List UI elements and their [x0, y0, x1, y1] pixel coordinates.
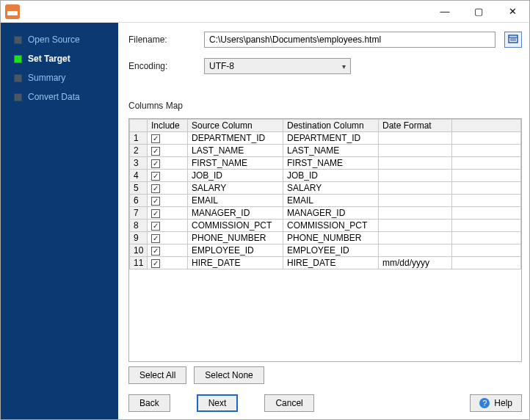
checkbox-icon[interactable]: ✓	[151, 172, 160, 181]
source-cell[interactable]: EMPLOYEE_ID	[188, 245, 283, 257]
include-cell[interactable]: ✓	[148, 220, 188, 232]
format-cell[interactable]: mm/dd/yyyy	[379, 257, 452, 269]
dest-cell[interactable]: MANAGER_ID	[283, 207, 379, 220]
spacer-cell	[452, 220, 521, 232]
header-dest[interactable]: Destination Column	[283, 120, 379, 132]
checkbox-icon[interactable]: ✓	[151, 247, 160, 256]
include-cell[interactable]: ✓	[148, 170, 188, 182]
dest-cell[interactable]: SALARY	[283, 182, 379, 195]
source-cell[interactable]: EMAIL	[188, 195, 283, 207]
row-number: 10	[130, 245, 148, 257]
format-cell[interactable]	[379, 220, 452, 232]
include-cell[interactable]: ✓	[148, 132, 188, 145]
dest-cell[interactable]: JOB_ID	[283, 170, 379, 182]
checkbox-icon[interactable]: ✓	[151, 222, 160, 231]
include-cell[interactable]: ✓	[148, 182, 188, 195]
dest-cell[interactable]: LAST_NAME	[283, 145, 379, 157]
dest-cell[interactable]: EMPLOYEE_ID	[283, 245, 379, 257]
include-cell[interactable]: ✓	[148, 157, 188, 170]
help-icon: ?	[479, 398, 490, 408]
columns-grid[interactable]: Include Source Column Destination Column…	[128, 118, 522, 362]
sidebar-item-open-source[interactable]: Open Source	[1, 30, 118, 49]
browse-button[interactable]	[504, 32, 522, 48]
header-format[interactable]: Date Format	[379, 120, 452, 132]
row-number: 6	[130, 195, 148, 207]
header-include[interactable]: Include	[148, 120, 188, 132]
source-cell[interactable]: SALARY	[188, 182, 283, 195]
help-button[interactable]: ? Help	[470, 394, 522, 412]
spacer-cell	[452, 207, 521, 220]
dest-cell[interactable]: FIRST_NAME	[283, 157, 379, 170]
row-number: 5	[130, 182, 148, 195]
dest-cell[interactable]: HIRE_DATE	[283, 257, 379, 269]
format-cell[interactable]	[379, 157, 452, 170]
columns-map-heading: Columns Map	[128, 101, 522, 111]
dest-cell[interactable]: DEPARTMENT_ID	[283, 132, 379, 145]
source-cell[interactable]: LAST_NAME	[188, 145, 283, 157]
include-cell[interactable]: ✓	[148, 245, 188, 257]
table-row[interactable]: 2✓LAST_NAMELAST_NAME	[130, 145, 521, 157]
next-button[interactable]: Next	[197, 394, 239, 412]
wizard-buttons: Back Next Cancel ? Help	[128, 391, 522, 415]
format-cell[interactable]	[379, 132, 452, 145]
checkbox-icon[interactable]: ✓	[151, 234, 160, 243]
sidebar-item-label: Convert Data	[28, 92, 80, 102]
dest-cell[interactable]: PHONE_NUMBER	[283, 232, 379, 245]
sidebar-item-summary[interactable]: Summary	[1, 68, 118, 87]
checkbox-icon[interactable]: ✓	[151, 197, 160, 206]
source-cell[interactable]: COMMISSION_PCT	[188, 220, 283, 232]
format-cell[interactable]	[379, 195, 452, 207]
source-cell[interactable]: FIRST_NAME	[188, 157, 283, 170]
checkbox-icon[interactable]: ✓	[151, 259, 160, 268]
include-cell[interactable]: ✓	[148, 207, 188, 220]
minimize-button[interactable]: —	[428, 1, 462, 22]
checkbox-icon[interactable]: ✓	[151, 147, 160, 156]
table-row[interactable]: 4✓JOB_IDJOB_ID	[130, 170, 521, 182]
table-row[interactable]: 8✓COMMISSION_PCTCOMMISSION_PCT	[130, 220, 521, 232]
format-cell[interactable]	[379, 207, 452, 220]
spacer-cell	[452, 182, 521, 195]
source-cell[interactable]: HIRE_DATE	[188, 257, 283, 269]
sidebar-item-convert-data[interactable]: Convert Data	[1, 87, 118, 106]
table-row[interactable]: 7✓MANAGER_IDMANAGER_ID	[130, 207, 521, 220]
include-cell[interactable]: ✓	[148, 145, 188, 157]
sidebar-item-set-target[interactable]: Set Target	[1, 49, 118, 68]
include-cell[interactable]: ✓	[148, 195, 188, 207]
table-row[interactable]: 10✓EMPLOYEE_IDEMPLOYEE_ID	[130, 245, 521, 257]
include-cell[interactable]: ✓	[148, 257, 188, 269]
select-all-button[interactable]: Select All	[128, 366, 186, 384]
table-row[interactable]: 1✓DEPARTMENT_IDDEPARTMENT_ID	[130, 132, 521, 145]
checkbox-icon[interactable]: ✓	[151, 159, 160, 168]
dest-cell[interactable]: COMMISSION_PCT	[283, 220, 379, 232]
table-row[interactable]: 5✓SALARYSALARY	[130, 182, 521, 195]
maximize-button[interactable]: ▢	[462, 1, 495, 22]
format-cell[interactable]	[379, 145, 452, 157]
source-cell[interactable]: JOB_ID	[188, 170, 283, 182]
header-source[interactable]: Source Column	[188, 120, 283, 132]
checkbox-icon[interactable]: ✓	[151, 209, 160, 218]
checkbox-icon[interactable]: ✓	[151, 184, 160, 193]
table-row[interactable]: 11✓HIRE_DATEHIRE_DATEmm/dd/yyyy	[130, 257, 521, 269]
format-cell[interactable]	[379, 170, 452, 182]
table-row[interactable]: 6✓EMAILEMAIL	[130, 195, 521, 207]
chevron-down-icon: ▾	[342, 62, 346, 70]
format-cell[interactable]	[379, 245, 452, 257]
include-cell[interactable]: ✓	[148, 232, 188, 245]
table-row[interactable]: 3✓FIRST_NAMEFIRST_NAME	[130, 157, 521, 170]
encoding-select[interactable]: UTF-8 ▾	[204, 58, 351, 74]
checkbox-icon[interactable]: ✓	[151, 134, 160, 143]
source-cell[interactable]: PHONE_NUMBER	[188, 232, 283, 245]
back-button[interactable]: Back	[128, 394, 170, 412]
format-cell[interactable]	[379, 182, 452, 195]
dest-cell[interactable]: EMAIL	[283, 195, 379, 207]
source-cell[interactable]: MANAGER_ID	[188, 207, 283, 220]
main-panel: Filename: Encoding: UTF-8 ▾ Columns M	[118, 23, 529, 419]
cancel-button[interactable]: Cancel	[264, 394, 313, 412]
filename-input[interactable]	[204, 32, 495, 48]
source-cell[interactable]: DEPARTMENT_ID	[188, 132, 283, 145]
format-cell[interactable]	[379, 232, 452, 245]
close-button[interactable]: ✕	[495, 1, 529, 22]
table-row[interactable]: 9✓PHONE_NUMBERPHONE_NUMBER	[130, 232, 521, 245]
select-none-button[interactable]: Select None	[194, 366, 264, 384]
step-node-icon	[14, 55, 22, 63]
